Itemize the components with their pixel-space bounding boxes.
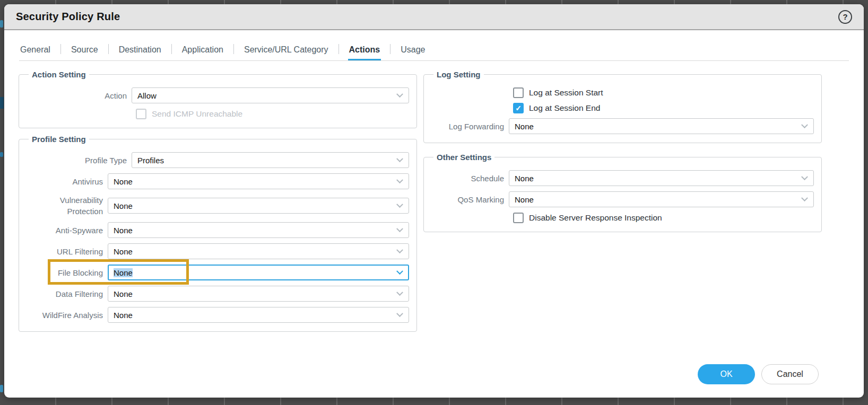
tab-general[interactable]: General bbox=[19, 41, 51, 60]
url-filtering-select[interactable]: None bbox=[108, 243, 409, 259]
qos-marking-value: None bbox=[515, 195, 534, 204]
file-blocking-value: None bbox=[114, 268, 133, 277]
antivirus-value: None bbox=[114, 177, 133, 186]
tab-application[interactable]: Application bbox=[181, 41, 224, 60]
qos-marking-row: QoS Marking None bbox=[430, 191, 814, 207]
schedule-select[interactable]: None bbox=[509, 170, 814, 186]
tab-separator bbox=[60, 44, 61, 54]
log-session-end-label: Log at Session End bbox=[529, 103, 600, 113]
chevron-down-icon bbox=[396, 177, 403, 183]
send-icmp-unreachable-label: Send ICMP Unreachable bbox=[152, 109, 242, 119]
chevron-down-icon bbox=[396, 268, 403, 275]
other-settings-group: Other Settings Schedule None QoS Marking… bbox=[423, 153, 822, 232]
action-setting-legend: Action Setting bbox=[29, 70, 89, 79]
tab-separator bbox=[390, 44, 390, 54]
send-icmp-unreachable-checkbox-row[interactable]: Send ICMP Unreachable bbox=[136, 109, 409, 119]
data-filtering-select[interactable]: None bbox=[108, 286, 409, 302]
chevron-down-icon bbox=[396, 289, 403, 296]
action-label: Action bbox=[25, 90, 132, 101]
profile-type-row: Profile Type Profiles bbox=[25, 152, 409, 168]
wildfire-analysis-select[interactable]: None bbox=[108, 307, 409, 323]
log-forwarding-row: Log Forwarding None bbox=[430, 118, 814, 134]
log-setting-legend: Log Setting bbox=[433, 70, 484, 79]
chevron-down-icon bbox=[396, 310, 403, 317]
vulnerability-protection-select[interactable]: None bbox=[108, 198, 409, 214]
data-filtering-value: None bbox=[114, 289, 133, 298]
antivirus-select[interactable]: None bbox=[108, 173, 409, 189]
schedule-row: Schedule None bbox=[430, 170, 814, 186]
file-blocking-select[interactable]: None bbox=[108, 265, 409, 280]
tab-separator bbox=[338, 44, 339, 54]
profile-type-select[interactable]: Profiles bbox=[132, 152, 409, 168]
tab-destination[interactable]: Destination bbox=[118, 41, 162, 60]
wildfire-analysis-row: WildFire Analysis None bbox=[25, 307, 409, 323]
wildfire-analysis-value: None bbox=[114, 311, 133, 320]
form-columns: Action Setting Action Allow Send ICMP Un… bbox=[19, 70, 849, 338]
anti-spyware-value: None bbox=[114, 226, 133, 235]
anti-spyware-label: Anti-Spyware bbox=[25, 225, 108, 236]
url-filtering-value: None bbox=[114, 247, 133, 256]
file-blocking-row: File Blocking None bbox=[25, 265, 409, 280]
checkbox-icon[interactable] bbox=[136, 109, 146, 119]
tab-actions[interactable]: Actions bbox=[348, 41, 381, 60]
security-policy-rule-dialog: Security Policy Rule ? General Source De… bbox=[4, 4, 864, 398]
chevron-down-icon bbox=[801, 121, 808, 128]
qos-marking-label: QoS Marking bbox=[430, 194, 509, 205]
vulnerability-protection-value: None bbox=[114, 201, 133, 210]
log-session-start-checkbox-row[interactable]: Log at Session Start bbox=[513, 87, 814, 98]
left-column: Action Setting Action Allow Send ICMP Un… bbox=[19, 70, 417, 338]
schedule-value: None bbox=[515, 174, 534, 183]
chevron-down-icon bbox=[801, 173, 808, 180]
qos-marking-select[interactable]: None bbox=[509, 191, 814, 207]
action-value: Allow bbox=[137, 91, 157, 100]
tab-usage[interactable]: Usage bbox=[400, 41, 426, 60]
tab-separator bbox=[171, 44, 172, 54]
tab-separator bbox=[108, 44, 109, 54]
antivirus-row: Antivirus None bbox=[25, 173, 409, 189]
checkbox-icon[interactable] bbox=[513, 213, 524, 223]
action-row: Action Allow bbox=[25, 87, 409, 103]
checkbox-checked-icon[interactable]: ✓ bbox=[513, 103, 524, 113]
action-setting-group: Action Setting Action Allow Send ICMP Un… bbox=[19, 70, 417, 128]
url-filtering-label: URL Filtering bbox=[25, 246, 108, 257]
tab-source[interactable]: Source bbox=[70, 41, 99, 60]
log-forwarding-label: Log Forwarding bbox=[430, 121, 509, 132]
other-settings-legend: Other Settings bbox=[433, 153, 494, 162]
anti-spyware-row: Anti-Spyware None bbox=[25, 222, 409, 238]
help-icon[interactable]: ? bbox=[838, 10, 852, 24]
checkbox-icon[interactable] bbox=[513, 87, 524, 98]
file-blocking-label: File Blocking bbox=[25, 267, 108, 278]
tab-bar: General Source Destination Application S… bbox=[19, 30, 849, 61]
chevron-down-icon bbox=[396, 91, 403, 98]
action-select[interactable]: Allow bbox=[132, 87, 409, 103]
dialog-title: Security Policy Rule bbox=[16, 11, 120, 23]
profile-setting-legend: Profile Setting bbox=[29, 135, 89, 144]
vulnerability-protection-label: Vulnerability Protection bbox=[25, 195, 108, 217]
url-filtering-row: URL Filtering None bbox=[25, 243, 409, 259]
dialog-titlebar: Security Policy Rule ? bbox=[4, 4, 864, 30]
schedule-label: Schedule bbox=[430, 173, 509, 184]
chevron-down-icon bbox=[801, 195, 808, 201]
disable-server-response-inspection-checkbox-row[interactable]: Disable Server Response Inspection bbox=[513, 213, 814, 223]
chevron-down-icon bbox=[396, 225, 403, 232]
chevron-down-icon bbox=[396, 201, 403, 208]
vulnerability-protection-row: Vulnerability Protection None bbox=[25, 195, 409, 217]
background-page-glyph bbox=[0, 152, 3, 157]
ok-button[interactable]: OK bbox=[698, 364, 755, 384]
anti-spyware-select[interactable]: None bbox=[108, 222, 409, 238]
log-session-end-checkbox-row[interactable]: ✓ Log at Session End bbox=[513, 103, 814, 113]
antivirus-label: Antivirus bbox=[25, 176, 108, 187]
log-session-start-label: Log at Session Start bbox=[529, 88, 603, 98]
profile-type-value: Profiles bbox=[137, 156, 164, 165]
chevron-down-icon bbox=[396, 155, 403, 162]
log-forwarding-select[interactable]: None bbox=[509, 118, 814, 134]
background-page-glyph bbox=[0, 97, 4, 109]
dialog-footer: OK Cancel bbox=[19, 364, 849, 398]
cancel-button[interactable]: Cancel bbox=[761, 364, 819, 384]
right-column: Log Setting Log at Session Start ✓ Log a… bbox=[423, 70, 822, 239]
tab-service-url-category[interactable]: Service/URL Category bbox=[243, 41, 329, 60]
tab-separator bbox=[233, 44, 234, 54]
disable-server-response-inspection-label: Disable Server Response Inspection bbox=[529, 213, 662, 223]
chevron-down-icon bbox=[396, 246, 403, 253]
dialog-content: General Source Destination Application S… bbox=[4, 30, 864, 398]
